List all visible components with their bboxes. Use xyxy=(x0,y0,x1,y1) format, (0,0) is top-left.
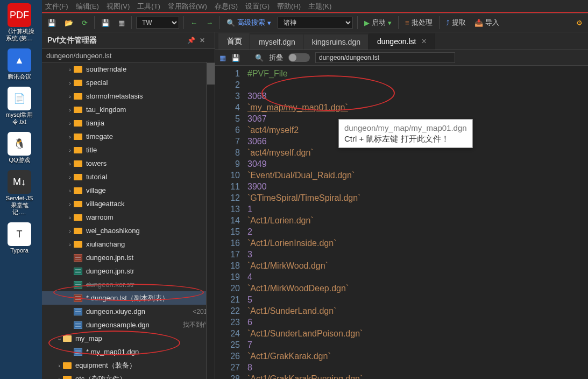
refresh-icon[interactable]: ⟳ xyxy=(80,18,90,28)
desktop-shortcut[interactable]: M↓Servlet-JS 果堂笔记.… xyxy=(4,170,35,216)
code-area[interactable]: 1234567891011121314151617181920212223242… xyxy=(215,66,588,379)
editor-path-input[interactable] xyxy=(315,52,455,63)
editor-tab[interactable]: 首页 xyxy=(218,33,250,50)
fold-label[interactable]: 折叠 xyxy=(269,53,283,62)
tree-folder[interactable]: ›timegate xyxy=(42,130,215,143)
menu-item[interactable]: 常用路径(W) xyxy=(168,2,207,11)
menu-item[interactable]: 文件(F) xyxy=(45,2,68,11)
font-select[interactable]: TW xyxy=(136,17,179,29)
menu-item[interactable]: 帮助(H) xyxy=(277,2,301,11)
toolbar-divider xyxy=(131,16,132,29)
editor-pane: 首页myself.dgnkingsruins.dgndungeon.lst× ▦… xyxy=(215,32,588,379)
open-icon[interactable]: 📂 xyxy=(62,18,75,28)
menu-item[interactable]: 主题(K) xyxy=(308,2,331,11)
tree-folder[interactable]: ›equipment（装备） xyxy=(42,359,215,372)
search-scope-select[interactable]: 诸神 xyxy=(278,17,353,29)
sidebar-title-text: Pvf文件管理器 xyxy=(47,36,97,45)
tree-folder[interactable]: ›special xyxy=(42,76,215,89)
tree-folder[interactable]: ›wei_chaoshikong xyxy=(42,224,215,237)
tree-folder[interactable]: ›title xyxy=(42,143,215,157)
menu-item[interactable]: 存息(S) xyxy=(215,2,238,11)
toolbar: 💾 📂 ⟳ 💾 ▦ TW ← → 🔍 高级搜索 ▾ 诸神 ▶ 启动 ▾ ≡ 批处… xyxy=(42,13,588,32)
editor-toolbar: ▦ 💾 🔍 折叠 xyxy=(215,50,588,66)
tree-file[interactable]: dungeon.xiuye.dgn<2017> xyxy=(42,305,215,318)
desktop-shortcut[interactable]: 🐧QQ游戏 xyxy=(4,132,35,164)
tree-file[interactable]: * my_map01.dgn xyxy=(42,345,215,359)
save-icon[interactable]: 💾 xyxy=(45,18,58,28)
tree-folder[interactable]: ›etc（杂项文件） xyxy=(42,372,215,379)
batch-button[interactable]: ≡ 批处理 xyxy=(403,17,435,29)
tree-wrap: ›southerndale›special›stormofmetastasis›… xyxy=(42,62,215,379)
tree-folder[interactable]: ›warroom xyxy=(42,210,215,224)
extract-button[interactable]: ⤴ 提取 xyxy=(444,17,468,29)
tree-file[interactable]: dungeon.jpn.str xyxy=(42,264,215,278)
doc-icon[interactable]: ▦ xyxy=(116,18,127,28)
tree-folder[interactable]: ›xiulianchang xyxy=(42,237,215,251)
tree-file[interactable]: * dungeon.lst（副本列表） xyxy=(42,291,215,305)
search-icon[interactable]: 🔍 xyxy=(255,54,264,62)
sidebar-controls[interactable]: 📌✕ xyxy=(187,37,209,44)
desktop-shortcut[interactable]: ▲腾讯会议 xyxy=(4,48,35,80)
menu-item[interactable]: 工具(T) xyxy=(137,2,160,11)
import-button[interactable]: 📥 导入 xyxy=(472,17,501,29)
sidebar-path[interactable]: dungeon/dungeon.lst xyxy=(42,48,215,62)
editor-tabs: 首页myself.dgnkingsruins.dgndungeon.lst× xyxy=(215,32,588,50)
tree-folder[interactable]: ›village xyxy=(42,184,215,197)
toolbar-divider xyxy=(94,16,95,29)
fold-toggle[interactable] xyxy=(288,53,310,62)
tree-folder[interactable]: ⌄my_map xyxy=(42,332,215,345)
gutter: 1234567891011121314151617181920212223242… xyxy=(215,66,247,379)
tree-folder[interactable]: ›southerndale xyxy=(42,62,215,76)
tree-folder[interactable]: ›tau_kingdom xyxy=(42,103,215,116)
sidebar-title: Pvf文件管理器 📌✕ xyxy=(42,32,215,48)
tree-folder[interactable]: ›stormofmetastasis xyxy=(42,89,215,103)
editor-window: 文件(F)编辑(E)视图(V)工具(T)常用路径(W)存息(S)设置(G)帮助(… xyxy=(42,0,588,379)
search-button[interactable]: 🔍 高级搜索 ▾ xyxy=(224,17,273,29)
save-all-icon[interactable]: 💾 xyxy=(99,18,112,28)
toolbar-divider xyxy=(398,16,399,29)
editor-tab[interactable]: myself.dgn xyxy=(250,34,303,50)
tree-scrollbar[interactable] xyxy=(206,62,215,379)
menu-item[interactable]: 视图(V) xyxy=(107,2,130,11)
sidebar: Pvf文件管理器 📌✕ dungeon/dungeon.lst ›souther… xyxy=(42,32,215,379)
run-button[interactable]: ▶ 启动 ▾ xyxy=(362,17,394,29)
source[interactable]: #PVF_File3068`my_map/my_map01.dgn`3067`a… xyxy=(247,66,588,379)
tab-close-icon[interactable]: × xyxy=(421,37,426,46)
back-icon[interactable]: ← xyxy=(188,18,200,28)
tree-folder[interactable]: ›villageattack xyxy=(42,197,215,210)
menu-bar: 文件(F)编辑(E)视图(V)工具(T)常用路径(W)存息(S)设置(G)帮助(… xyxy=(42,0,588,13)
save-doc-icon[interactable]: 💾 xyxy=(231,54,240,62)
file-tree: ›southerndale›special›stormofmetastasis›… xyxy=(42,62,215,379)
tree-file[interactable]: dungeon.kor.str xyxy=(42,278,215,291)
tree-folder[interactable]: ›towers xyxy=(42,157,215,170)
toolbar-divider xyxy=(357,16,358,29)
hover-tooltip: dungeon/my_map/my_map01.dgn Ctrl + 鼠标左键 … xyxy=(338,119,473,148)
toolbar-divider xyxy=(439,16,440,29)
menu-item[interactable]: 编辑(E) xyxy=(76,2,99,11)
desktop-shortcut[interactable]: TTypora xyxy=(4,222,35,254)
scrollbar-thumb[interactable] xyxy=(207,63,215,85)
layout-icon[interactable]: ▦ xyxy=(219,54,226,62)
toolbar-divider xyxy=(219,16,220,29)
body: Pvf文件管理器 📌✕ dungeon/dungeon.lst ›souther… xyxy=(42,32,588,379)
tree-folder[interactable]: ›tianjia xyxy=(42,116,215,130)
editor-tab[interactable]: dungeon.lst× xyxy=(369,33,435,50)
tree-folder[interactable]: ›tutorial xyxy=(42,170,215,184)
menu-item[interactable]: 设置(G) xyxy=(245,2,270,11)
forward-icon[interactable]: → xyxy=(204,18,215,28)
settings-icon[interactable]: ⚙ xyxy=(574,18,585,28)
desktop-shortcut[interactable]: 📄mysql常用 令.txt xyxy=(4,87,35,125)
desktop-shortcut[interactable]: PDF《计算机操 系统 (第… xyxy=(4,3,35,42)
editor-tab[interactable]: kingsruins.dgn xyxy=(303,34,369,50)
tree-file[interactable]: dungeon.jpn.lst xyxy=(42,251,215,264)
toolbar-divider xyxy=(183,16,184,29)
desktop: PDF《计算机操 系统 (第…▲腾讯会议📄mysql常用 令.txt🐧QQ游戏M… xyxy=(0,0,39,379)
tree-file[interactable]: dungeonsample.dgn找不到代?r xyxy=(42,318,215,332)
